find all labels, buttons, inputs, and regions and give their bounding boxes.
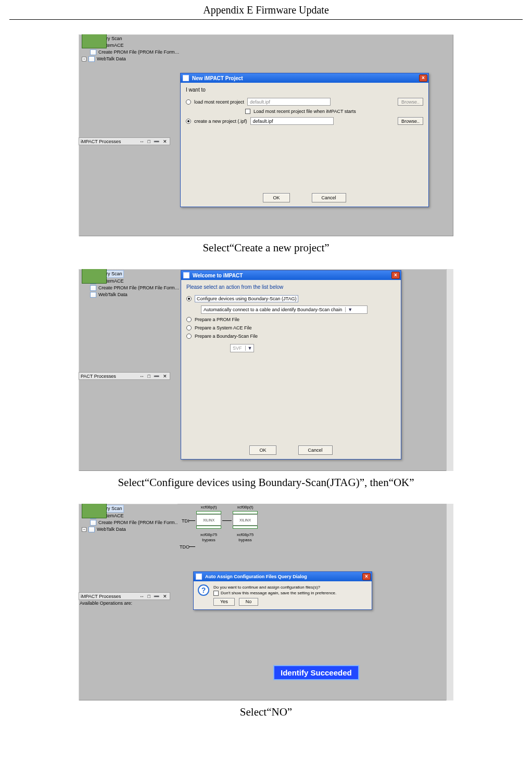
option-label: create a new project (.ipf) [194,119,247,124]
radio-icon[interactable] [186,296,192,301]
load-on-start-row[interactable]: Load most recent project file when iMPAC… [245,109,423,114]
prepare-ace-option[interactable]: Prepare a System ACE File [186,325,396,330]
figure-1: Boundary Scan SystemACE Create PROM File… [0,34,532,236]
panel-controls-icon[interactable]: ↔ □ ➖ ✕ [140,374,168,379]
tdo-label: TDO [180,544,189,550]
option-label: Prepare a System ACE File [195,325,252,330]
radio-icon[interactable] [186,119,191,124]
checkbox-icon[interactable] [213,591,219,596]
figure-3: + Boundary Scan SystemACE Create PROM Fi… [0,504,532,700]
browse-button[interactable]: Browse.. [398,98,423,106]
tree-item-boundary-scan[interactable]: + Boundary Scan [82,505,180,513]
load-recent-option[interactable]: load most recent project default.ipf Bro… [186,98,423,106]
page-icon [90,520,96,526]
tree-item-boundary-scan[interactable]: - Boundary Scan [82,270,180,278]
caption-2: Select“Configure devices using Boundary-… [0,476,532,489]
tree-item-webtalk[interactable]: WebTalk Data [82,291,180,298]
new-project-dialog: New iMPACT Project × I want to load most… [180,73,429,207]
tree-label: Create PROM File (PROM File Form… [98,285,180,291]
ok-button[interactable]: OK [249,445,276,455]
radio-icon[interactable] [186,317,192,322]
dialog-titlebar[interactable]: Auto Assign Configuration Files Query Di… [194,572,372,581]
app-icon [183,272,189,278]
tree-item-webtalk[interactable]: + WebTalk Data [82,56,180,62]
processes-panel-header: PACT Processes ↔ □ ➖ ✕ [79,372,170,380]
dialog-title-text: Welcome to iMPACT [193,273,243,278]
close-icon[interactable]: × [362,573,371,580]
chain-icon [82,34,107,48]
scrollbar[interactable] [446,504,453,700]
radio-icon[interactable] [186,334,192,339]
tree-item-create-prom[interactable]: Create PROM File (PROM File Form… [82,49,180,56]
dropdown-value: SVF [233,346,242,351]
chip-body-label: XILINX [196,514,221,526]
tree-item-create-prom[interactable]: Create PROM File (PROM File Form… [82,519,180,526]
dialog-titlebar[interactable]: Welcome to iMPACT × [181,271,401,280]
checkbox-label: Load most recent project file when iMPAC… [254,109,356,114]
query-line-2: Don't show this message again, save the … [221,590,336,596]
tree-item-create-prom[interactable]: Create PROM File (PROM File Form… [82,285,180,291]
page-icon [90,285,96,291]
chip2-name-label: xcf08p75 [233,532,258,538]
tree-item-webtalk[interactable]: + WebTalk Data [82,526,180,533]
processes-label: iMPACT Processes [81,594,121,599]
no-button[interactable]: No [239,598,259,606]
chevron-down-icon: ▼ [345,307,352,312]
prepare-prom-option[interactable]: Prepare a PROM File [186,317,396,322]
cancel-button[interactable]: Cancel [298,445,333,455]
figure-2: - Boundary Scan SystemACE Create PROM Fi… [0,269,532,471]
scrollbar[interactable] [446,269,453,471]
chip1-top-label: xcf08p(t) [196,505,221,510]
app-icon [183,75,189,81]
page-icon [90,292,96,298]
close-icon[interactable]: × [391,272,400,279]
auto-connect-dropdown[interactable]: Automatically connect to a cable and ide… [201,305,368,314]
yes-button[interactable]: Yes [213,598,235,606]
instruction-label: Please select an action from the list be… [186,284,396,290]
load-recent-field[interactable]: default.ipf [247,98,331,106]
expand-icon[interactable]: + [82,57,86,61]
page-title: Appendix E Firmware Update [0,0,532,19]
tree-item-boundary-scan[interactable]: Boundary Scan [82,35,180,42]
dialog-title-text: New iMPACT Project [192,75,243,81]
option-label: Prepare a PROM File [195,317,239,322]
checkbox-icon[interactable] [245,109,250,114]
dialog-titlebar[interactable]: New iMPACT Project × [181,73,428,83]
tdi-label: TDI [182,518,189,524]
browse-button[interactable]: Browse.. [398,117,423,125]
chip-device[interactable]: XILINX [196,511,221,530]
tree-label: WebTalk Data [97,526,126,533]
expand-icon[interactable]: + [82,527,86,532]
svf-dropdown[interactable]: SVF ▼ [230,344,254,352]
processes-panel-header: iMPACT Processes ↔ □ ➖ ✕ [79,592,170,600]
header-rule [9,19,523,20]
close-icon[interactable]: × [419,74,427,82]
processes-label: iMPACT Processes [81,139,121,144]
radio-icon[interactable] [186,325,192,330]
panel-controls-icon[interactable]: ↔ □ ➖ ✕ [140,594,168,599]
screenshot-1: Boundary Scan SystemACE Create PROM File… [79,34,453,236]
caption-1: Select“Create a new project” [0,241,532,254]
caption-3: Select“NO” [0,706,532,719]
create-new-field[interactable]: default.ipf [250,117,334,125]
identify-succeeded-toast: Identify Succeeded [273,665,359,680]
chip-device[interactable]: XILINX [233,511,258,530]
dropdown-value: Automatically connect to a cable and ide… [204,307,342,312]
radio-icon[interactable] [186,99,191,105]
create-new-option[interactable]: create a new project (.ipf) default.ipf … [186,117,423,125]
cancel-button[interactable]: Cancel [312,193,346,202]
processes-panel-header: iMPACT Processes ↔ □ ➖ ✕ [79,137,170,145]
screenshot-2: - Boundary Scan SystemACE Create PROM Fi… [79,269,453,471]
prepare-bsf-option[interactable]: Prepare a Boundary-Scan File [186,334,396,339]
screenshot-3: + Boundary Scan SystemACE Create PROM Fi… [79,504,453,700]
chain-icon [82,504,107,518]
query-line-1: Do you want to continue and assign confi… [213,584,336,590]
processes-label: PACT Processes [81,374,116,379]
nav-tree: Boundary Scan SystemACE Create PROM File… [82,35,180,62]
config-jtag-option[interactable]: Configure devices using Boundary-Scan (J… [186,295,396,302]
tree-label: WebTalk Data [98,291,128,298]
option-label: Configure devices using Boundary-Scan (J… [195,295,298,302]
ok-button[interactable]: OK [263,193,289,202]
page-icon [88,527,95,532]
panel-controls-icon[interactable]: ↔ □ ➖ ✕ [140,139,168,144]
